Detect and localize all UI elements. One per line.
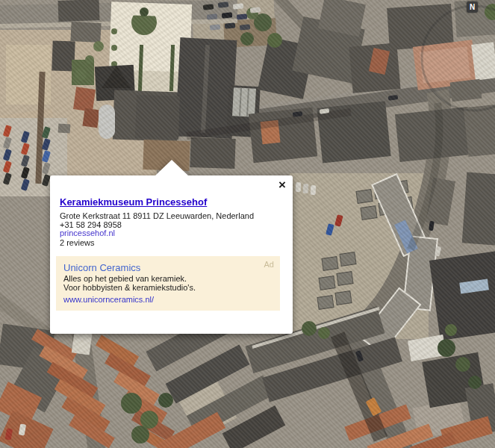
compass-north-button[interactable]: N bbox=[467, 1, 478, 13]
place-title-link[interactable]: Keramiekmuseum Princessehof bbox=[60, 196, 207, 208]
place-address: Grote Kerkstraat 11 8911 DZ Leeuwarden, … bbox=[60, 212, 282, 221]
place-website-link[interactable]: princessehof.nl bbox=[60, 228, 115, 237]
ad-url-link[interactable]: www.unicornceramics.nl/ bbox=[63, 295, 154, 304]
ad-text-line1: Alles op het gebied van keramiek. bbox=[63, 275, 258, 284]
ad-text-line2: Voor hobbyisten & keramiekstudio's. bbox=[63, 284, 258, 293]
close-icon[interactable]: × bbox=[278, 179, 286, 191]
silver-cylinder-roof bbox=[99, 105, 115, 139]
google-maps-satellite-view: N × Keramiekmuseum Princessehof Grote Ke… bbox=[0, 0, 495, 448]
place-reviews: 2 reviews bbox=[60, 239, 282, 248]
infowindow-card: × Keramiekmuseum Princessehof Grote Kerk… bbox=[50, 175, 293, 334]
infowindow-pointer bbox=[155, 160, 189, 176]
place-infowindow: × Keramiekmuseum Princessehof Grote Kerk… bbox=[50, 159, 293, 334]
ad-advertiser-link[interactable]: Unicorn Ceramics bbox=[63, 263, 140, 273]
ad-box: Ad Unicorn Ceramics Alles op het gebied … bbox=[56, 256, 280, 311]
ad-label: Ad bbox=[264, 260, 274, 269]
